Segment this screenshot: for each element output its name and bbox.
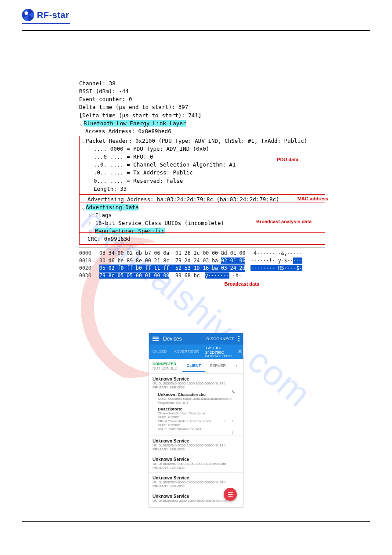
- device-tab-bar: ONDED ADVERTISER TV510U-242D798C BA:03:2…: [149, 345, 243, 359]
- descriptors-label: Descriptors:: [158, 406, 240, 411]
- chevron-right-icon: ›: [87, 211, 92, 219]
- tab-client[interactable]: CLIENT: [182, 360, 206, 372]
- hex-ascii: ······!· y-$·····: [250, 257, 302, 265]
- annotation-broadcast-analysis: Broadcast analysis data: [256, 218, 312, 225]
- annotation-mac-address: MAC address: [298, 196, 328, 203]
- logo-text: RF-star: [37, 10, 69, 20]
- hex-bytes: 05 02 f0 ff b0 ff 11 ff 52 53 19 16 ba 0…: [99, 265, 245, 272]
- hex-ascii: ·4······ ·&,·····: [250, 250, 302, 257]
- status-row: CONNECTED NOT BONDED CLIENT SERVER ⋮: [149, 359, 243, 374]
- field-crc: CRC: 0x99163d: [81, 235, 323, 243]
- service-title: Unknown Service: [152, 475, 240, 480]
- tab-advertiser[interactable]: ADVERTISER: [171, 347, 203, 356]
- hex-bytes: 03 34 00 02 db b7 06 0a 01 26 2c 00 00 8…: [99, 250, 245, 257]
- descriptor-ccc-uuid: UUID: 0x2902: [158, 423, 240, 427]
- service-type: PRIMARY SERVICE: [152, 484, 240, 488]
- chevron-down-icon: ⌄: [81, 137, 86, 145]
- service-uuid: UUID: 0000ffc0-0000-1000-8000-00805f9b34…: [152, 462, 240, 466]
- service-title: Unknown Service: [152, 439, 240, 443]
- descriptor-ccc-value: Value: Notifications enabled: [158, 427, 240, 431]
- device-address: BA:03:24:2D:79:8C: [205, 355, 232, 358]
- app-title: Devices: [163, 336, 202, 342]
- disconnect-button[interactable]: DISCONNECT: [206, 337, 234, 341]
- device-tab[interactable]: TV510U-242D798C BA:03:24:2D:79:8C: [203, 345, 234, 359]
- annotation-box-adv: Advertising Address: ba:03:24:2d:79:8c (…: [79, 194, 325, 245]
- field-event-counter: Event counter: 0: [79, 95, 325, 103]
- service-uuid: UUID: 0000ff90-0000-1000-8000-00805f9b34…: [152, 480, 240, 484]
- hex-offset: 0030: [79, 272, 94, 279]
- characteristic-uuid: UUID: 0000ffe4-0000-1000-8000-00805f9b34…: [158, 397, 240, 401]
- annotation-broadcast-data: Broadcast data: [225, 280, 259, 288]
- characteristic-item[interactable]: ↯ Unknown Characteristic UUID: 0000ffe4-…: [152, 389, 240, 433]
- characteristic-title: Unknown Characteristic: [158, 392, 240, 397]
- hex-row: 0020 05 02 f0 ff b0 ff 11 ff 52 53 19 16…: [79, 265, 325, 272]
- hex-row: 0030 79 8c 05 05 00 01 00 00 99 68 bc y·…: [79, 272, 325, 279]
- chevron-right-icon: ›: [87, 219, 92, 227]
- overflow-menu-icon[interactable]: [238, 336, 240, 341]
- field-length: Length: 33: [81, 185, 323, 193]
- tree-packet-header[interactable]: ⌄Packet Header: 0x2100 (PDU Type: ADV_IN…: [81, 137, 323, 145]
- chevron-right-icon: ›: [87, 227, 92, 235]
- chevron-down-icon: ⌄: [81, 203, 86, 211]
- download-icon[interactable]: ↓: [232, 430, 237, 435]
- field-tx-address: .0.. .... = Tx Address: Public: [81, 169, 323, 177]
- tree-manufacturer-specific[interactable]: › Manufacturer Specific: [81, 227, 323, 235]
- tab-server[interactable]: SERVER: [205, 360, 230, 372]
- logo-swirl-icon: [22, 9, 34, 21]
- hamburger-icon[interactable]: [152, 337, 159, 341]
- status-connected: CONNECTED: [152, 362, 178, 366]
- annotation-pdu-data: PDU data: [277, 156, 298, 163]
- tab-bonded[interactable]: ONDED: [149, 347, 171, 356]
- phone-screenshot: Devices DISCONNECT ONDED ADVERTISER TV51…: [149, 333, 243, 508]
- field-rssi: RSSI (dBm): -44: [79, 87, 325, 95]
- characteristic-properties: Properties: NOTIFY: [158, 401, 240, 405]
- device-name: TV510U-242D798C: [205, 346, 232, 355]
- hex-offset: 0010: [79, 257, 94, 265]
- hex-ascii: ········ RS····$-: [250, 265, 302, 272]
- hex-offset: 0000: [79, 250, 94, 257]
- logo: RF-star: [22, 9, 370, 21]
- app-topbar: Devices DISCONNECT: [149, 333, 243, 345]
- service-type: PRIMARY SERVICE: [152, 385, 240, 389]
- annotation-divider: [79, 203, 325, 203]
- hex-bytes: 79 8c 05 05 00 01 00 00 99 68 bc: [99, 272, 200, 279]
- annotation-divider-2: [79, 232, 325, 233]
- annotation-box-pdu: ⌄Packet Header: 0x2100 (PDU Type: ADV_IN…: [79, 136, 325, 194]
- hex-bytes: 00 d6 be 89 8e 00 21 8c 79 2d 24 03 ba 0…: [99, 257, 245, 265]
- fab-button[interactable]: ☰: [224, 488, 237, 501]
- field-access-address: Access Address: 0x8e89bed6: [79, 127, 325, 135]
- logo-underline: [22, 23, 70, 24]
- service-item[interactable]: Unknown Service UUID: 0000ffc0-0000-1000…: [149, 454, 243, 472]
- descriptor-cud: Characteristic User Description: [158, 411, 240, 415]
- upload-icon[interactable]: ↑: [232, 418, 237, 424]
- field-reserved: 0... .... = Reserved: False: [81, 177, 323, 185]
- field-pdu-type: .... 0000 = PDU Type: ADV_IND (0x0): [81, 145, 323, 153]
- field-channel: Channel: 38: [79, 80, 325, 87]
- packet-details-pane: Channel: 38 RSSI (dBm): -44 Event counte…: [79, 80, 325, 245]
- chevron-down-icon: ⌄: [79, 120, 83, 127]
- notify-disabled-icon[interactable]: ↯: [232, 389, 237, 395]
- hex-dump-pane: 0000 03 34 00 02 db b7 06 0a 01 26 2c 00…: [79, 247, 325, 280]
- service-type: PRIMARY SERVICE: [152, 466, 240, 470]
- tree-ble-link-layer[interactable]: ⌄Bluetooth Low Energy Link Layer: [79, 120, 325, 127]
- hex-row: 0000 03 34 00 02 db b7 06 0a 01 26 2c 00…: [79, 250, 325, 257]
- service-title: Unknown Service: [152, 377, 240, 381]
- close-tab-icon[interactable]: ✕: [234, 348, 246, 355]
- field-delta-start: [Delta time (µs start to start): 741]: [79, 112, 325, 120]
- service-type: PRIMARY SERVICE: [152, 447, 240, 451]
- message-icon: ☰: [228, 491, 233, 498]
- download-icon[interactable]: ↓: [224, 418, 229, 424]
- footer-divider: [22, 521, 370, 522]
- service-item[interactable]: Unknown Service UUID: 0000ffe0-0000-1000…: [149, 374, 243, 435]
- overflow-menu-icon[interactable]: ⋮: [230, 360, 243, 372]
- service-uuid: UUID: 0000ffe0-0000-1000-8000-00805f9b34…: [152, 381, 240, 385]
- service-title: Unknown Service: [152, 457, 240, 462]
- hex-offset: 0020: [79, 265, 94, 272]
- header-divider: [22, 30, 370, 31]
- service-item[interactable]: Unknown Service UUID: 0000ffe5-0000-1000…: [149, 435, 243, 454]
- status-not-bonded: NOT BONDED: [152, 366, 178, 370]
- hex-ascii: y······· ·h·: [205, 272, 242, 279]
- service-uuid: UUID: 0000ffe5-0000-1000-8000-00805f9b34…: [152, 443, 240, 447]
- field-delta-end: Delta time (µs end to start): 397: [79, 103, 325, 111]
- tree-advertising-data[interactable]: ⌄Advertising Data: [81, 203, 323, 211]
